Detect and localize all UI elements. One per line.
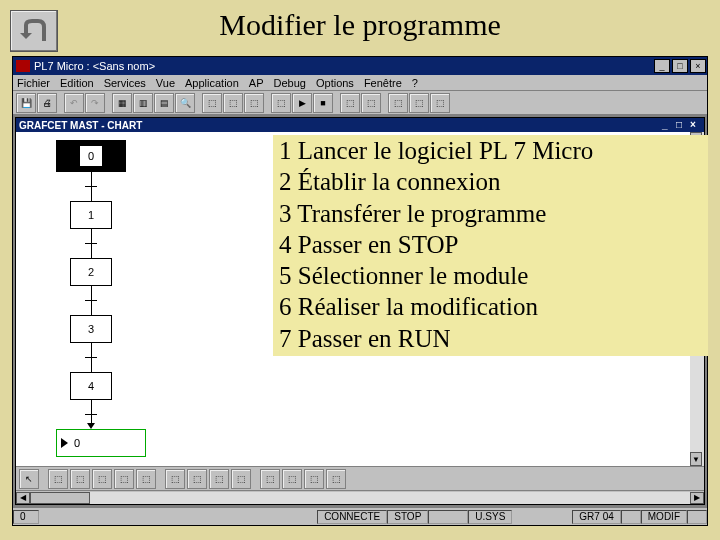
instruction-line: 3 Transférer le programme	[279, 198, 702, 229]
menubar: Fichier Edition Services Vue Application…	[13, 75, 707, 91]
print-icon[interactable]: 🖨	[37, 93, 57, 113]
menu-options[interactable]: Options	[316, 77, 354, 89]
page-title: Modifier le programme	[0, 0, 720, 46]
tool-icon[interactable]: ⬚	[340, 93, 360, 113]
status-connect: CONNECTE	[317, 510, 387, 524]
return-arrow-icon	[61, 438, 68, 448]
binoculars-icon[interactable]: 🔍	[175, 93, 195, 113]
undo-icon[interactable]: ↶	[64, 93, 84, 113]
step-label: 0	[74, 437, 80, 449]
tool-icon[interactable]: ⬚	[271, 93, 291, 113]
menu-edition[interactable]: Edition	[60, 77, 94, 89]
scroll-thumb[interactable]	[30, 492, 90, 504]
instruction-line: 2 Établir la connexion	[279, 166, 702, 197]
instruction-line: 6 Réaliser la modification	[279, 291, 702, 322]
status-blank	[687, 510, 707, 524]
status-grid: GR7 04	[572, 510, 620, 524]
grafcet-step[interactable]: 3	[70, 315, 112, 343]
status-run: STOP	[387, 510, 428, 524]
step-label: 3	[88, 323, 94, 335]
tool-icon[interactable]: ⬚	[223, 93, 243, 113]
step-label: 2	[88, 266, 94, 278]
stop-icon[interactable]: ■	[313, 93, 333, 113]
tool-icon[interactable]: ⬚	[282, 469, 302, 489]
menu-help[interactable]: ?	[412, 77, 418, 89]
pointer-icon[interactable]: ↖	[19, 469, 39, 489]
tool-icon[interactable]: ⬚	[231, 469, 251, 489]
child-titlebar: GRAFCET MAST - CHART _ □ ×	[16, 118, 704, 132]
toolbar-bottom: ↖ ⬚ ⬚ ⬚ ⬚ ⬚ ⬚ ⬚ ⬚ ⬚ ⬚ ⬚ ⬚ ⬚	[16, 466, 704, 490]
tool-icon[interactable]: ⬚	[361, 93, 381, 113]
menu-ap[interactable]: AP	[249, 77, 264, 89]
instructions-overlay: 1 Lancer le logiciel PL 7 Micro 2 Établi…	[273, 135, 708, 356]
menu-services[interactable]: Services	[104, 77, 146, 89]
instruction-line: 7 Passer en RUN	[279, 323, 702, 354]
step-label: 0	[88, 150, 94, 162]
instruction-line: 5 Sélectionner le module	[279, 260, 702, 291]
tool-icon[interactable]: ⬚	[388, 93, 408, 113]
run-icon[interactable]: ▶	[292, 93, 312, 113]
grafcet-initial-step[interactable]: 0	[56, 140, 126, 172]
tool-icon[interactable]: ⬚	[430, 93, 450, 113]
status-blank	[621, 510, 641, 524]
titlebar: PL7 Micro : <Sans nom> _ □ ×	[13, 57, 707, 75]
child-minimize-button[interactable]: _	[662, 119, 675, 131]
statusbar: 0 CONNECTE STOP U.SYS GR7 04 MODIF	[13, 507, 707, 525]
instruction-line: 4 Passer en STOP	[279, 229, 702, 260]
save-icon[interactable]: 💾	[16, 93, 36, 113]
toolbar: 💾 🖨 ↶ ↷ ▦ ▥ ▤ 🔍 ⬚ ⬚ ⬚ ⬚ ▶ ■ ⬚ ⬚ ⬚ ⬚ ⬚	[13, 91, 707, 115]
menu-application[interactable]: Application	[185, 77, 239, 89]
instruction-line: 1 Lancer le logiciel PL 7 Micro	[279, 135, 702, 166]
scroll-track[interactable]	[30, 492, 690, 504]
scroll-right-icon[interactable]: ▶	[690, 492, 704, 504]
tool-icon[interactable]: ▦	[112, 93, 132, 113]
tool-icon[interactable]: ⬚	[70, 469, 90, 489]
scroll-left-icon[interactable]: ◀	[16, 492, 30, 504]
back-button[interactable]	[10, 10, 58, 52]
tool-icon[interactable]: ⬚	[165, 469, 185, 489]
menu-vue[interactable]: Vue	[156, 77, 175, 89]
tool-icon[interactable]: ⬚	[260, 469, 280, 489]
child-maximize-button[interactable]: □	[676, 119, 689, 131]
tool-icon[interactable]: ⬚	[326, 469, 346, 489]
app-icon	[16, 60, 30, 72]
u-turn-arrow-icon	[18, 17, 50, 45]
step-label: 1	[88, 209, 94, 221]
step-label: 4	[88, 380, 94, 392]
maximize-button[interactable]: □	[672, 59, 688, 73]
menu-debug[interactable]: Debug	[274, 77, 306, 89]
tool-icon[interactable]: ⬚	[202, 93, 222, 113]
child-title-text: GRAFCET MAST - CHART	[19, 120, 142, 131]
tool-icon[interactable]: ⬚	[48, 469, 68, 489]
status-pos: 0	[13, 510, 39, 524]
grafcet-step[interactable]: 4	[70, 372, 112, 400]
tool-icon[interactable]: ⬚	[409, 93, 429, 113]
tool-icon[interactable]: ⬚	[244, 93, 264, 113]
tool-icon[interactable]: ⬚	[114, 469, 134, 489]
redo-icon[interactable]: ↷	[85, 93, 105, 113]
tool-icon[interactable]: ▤	[154, 93, 174, 113]
minimize-button[interactable]: _	[654, 59, 670, 73]
tool-icon[interactable]: ⬚	[92, 469, 112, 489]
scroll-down-icon[interactable]: ▼	[690, 452, 702, 466]
tool-icon[interactable]: ⬚	[136, 469, 156, 489]
menu-fenetre[interactable]: Fenêtre	[364, 77, 402, 89]
tool-icon[interactable]: ⬚	[209, 469, 229, 489]
grafcet-step[interactable]: 1	[70, 201, 112, 229]
tool-icon[interactable]: ⬚	[304, 469, 324, 489]
status-mode: MODIF	[641, 510, 687, 524]
tool-icon[interactable]: ▥	[133, 93, 153, 113]
close-button[interactable]: ×	[690, 59, 706, 73]
status-blank	[428, 510, 468, 524]
child-close-button[interactable]: ×	[690, 119, 703, 131]
grafcet-return-step[interactable]: 0	[56, 429, 146, 457]
horizontal-scrollbar[interactable]: ◀ ▶	[16, 490, 704, 504]
grafcet-step[interactable]: 2	[70, 258, 112, 286]
status-mem: U.SYS	[468, 510, 512, 524]
tool-icon[interactable]: ⬚	[187, 469, 207, 489]
menu-fichier[interactable]: Fichier	[17, 77, 50, 89]
window-title: PL7 Micro : <Sans nom>	[34, 60, 653, 72]
grafcet-diagram: 0 1 2 3	[56, 140, 146, 457]
